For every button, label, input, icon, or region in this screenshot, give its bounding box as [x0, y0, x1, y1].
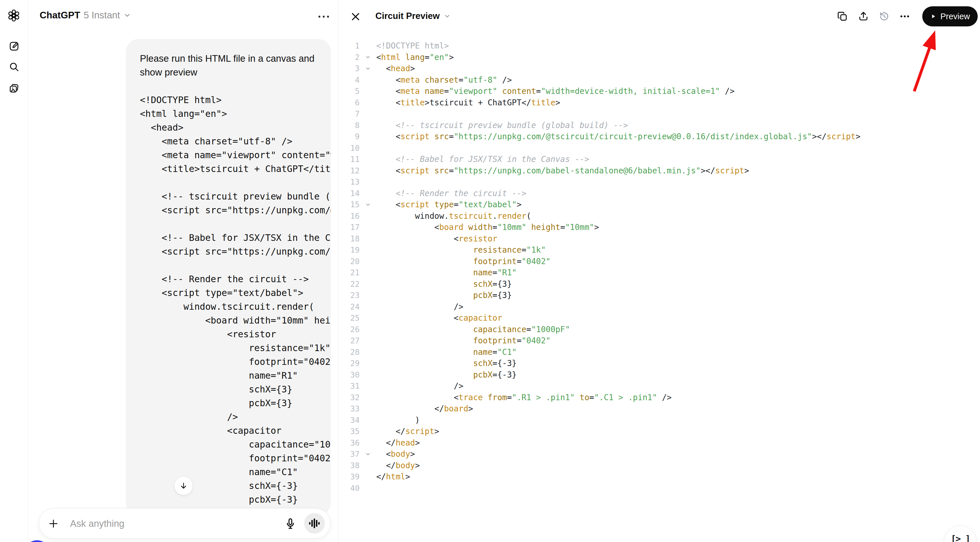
fold-chevron-icon[interactable] [360, 52, 376, 63]
code-text: <!-- Babel for JSX/TSX in the Canvas --> [376, 154, 589, 165]
fold-gutter [360, 131, 376, 142]
code-line: 12 <script src="https://unpkg.com/babel-… [338, 165, 970, 176]
line-number: 33 [338, 403, 360, 415]
chevron-down-icon [444, 13, 451, 19]
new-chat-button[interactable] [9, 41, 19, 52]
code-text: </script> [376, 426, 439, 437]
code-text: <meta name="viewport" content="width=dev… [376, 86, 735, 97]
chat-input[interactable] [70, 515, 255, 532]
chatgpt-app: ChatGPT 5 Instant Please run this HTML f… [0, 0, 980, 542]
code-text: name="R1" [376, 267, 517, 278]
canvas-title-dropdown[interactable]: Circuit Preview [375, 11, 451, 21]
close-icon [350, 11, 361, 22]
code-text: <!-- tscircuit preview bundle (global bu… [376, 120, 628, 131]
fold-gutter [360, 312, 376, 324]
share-button[interactable] [858, 11, 869, 22]
code-text: <script src="https://unpkg.com/babel-sta… [376, 165, 749, 176]
dictate-button[interactable] [284, 517, 297, 530]
user-message-code: <!DOCTYPE html> <html lang="en"> <head> … [140, 93, 327, 516]
copy-code-button[interactable] [837, 11, 848, 22]
search-chats-button[interactable] [9, 62, 19, 72]
waveform-icon [308, 517, 321, 530]
line-number: 21 [338, 267, 360, 278]
code-line: 8 <!-- tscircuit preview bundle (global … [338, 120, 970, 131]
ellipsis-icon [899, 11, 910, 22]
fold-gutter [360, 176, 376, 188]
code-text: <trace from=".R1 > .pin1" to=".C1 > .pin… [376, 392, 671, 403]
code-editor[interactable]: 1<!DOCTYPE html>2<html lang="en">3 <head… [338, 40, 970, 494]
scroll-to-bottom-button[interactable] [174, 476, 193, 495]
code-text: <meta charset="utf-8" /> [376, 74, 512, 86]
fold-gutter [360, 233, 376, 245]
fold-chevron-icon[interactable] [360, 63, 376, 74]
line-number: 22 [338, 278, 360, 290]
fold-gutter [360, 210, 376, 222]
code-line: 17 <board width="10mm" height="10mm"> [338, 222, 970, 233]
code-text: footprint="0402" [376, 335, 550, 346]
line-number: 14 [338, 188, 360, 199]
fold-chevron-icon[interactable] [360, 448, 376, 460]
model-name: 5 Instant [84, 10, 120, 21]
microphone-icon [284, 526, 297, 531]
line-number: 34 [338, 415, 360, 426]
user-message-bubble: Please run this HTML file in a canvas an… [126, 39, 331, 516]
play-icon [930, 13, 936, 19]
canvas-close-button[interactable] [350, 11, 361, 22]
preview-button[interactable]: Preview [922, 6, 978, 26]
conversation-menu-button[interactable] [317, 11, 331, 22]
model-selector[interactable]: ChatGPT 5 Instant [40, 10, 131, 21]
code-text: </board> [376, 403, 473, 415]
line-number: 4 [338, 74, 360, 86]
code-text: footprint="0402" [376, 256, 550, 267]
line-number: 12 [338, 165, 360, 176]
fold-gutter [360, 74, 376, 86]
fold-gutter [360, 437, 376, 449]
code-line: 31 /> [338, 380, 970, 392]
line-number: 28 [338, 346, 360, 358]
attach-button[interactable] [48, 518, 59, 529]
code-line: 3 <head> [338, 63, 970, 74]
code-line: 40 [338, 483, 970, 494]
code-line: 35 </script> [338, 426, 970, 437]
line-number: 15 [338, 199, 360, 210]
code-line: 21 name="R1" [338, 267, 970, 278]
code-text: schX={-3} [376, 358, 517, 369]
code-line: 7 [338, 108, 970, 120]
code-line: 38 </body> [338, 460, 970, 471]
canvas-menu-button[interactable] [899, 11, 910, 22]
fold-gutter [360, 154, 376, 165]
code-line: 37 <body> [338, 448, 970, 460]
fold-chevron-icon[interactable] [360, 199, 376, 210]
code-text: /> [376, 301, 463, 313]
code-text: <resistor [376, 233, 497, 245]
library-button[interactable] [9, 83, 19, 94]
code-line: 19 resistance="1k" [338, 244, 970, 256]
code-text: /> [376, 380, 463, 392]
code-text: </html> [376, 471, 410, 483]
line-number: 26 [338, 324, 360, 335]
voice-mode-button[interactable] [304, 513, 325, 534]
line-number: 7 [338, 108, 360, 120]
fold-gutter [360, 86, 376, 97]
fold-gutter [360, 188, 376, 199]
code-line: 29 schX={-3} [338, 358, 970, 369]
code-line: 34 ) [338, 415, 970, 426]
fold-gutter [360, 108, 376, 120]
code-line: 16 window.tscircuit.render( [338, 210, 970, 222]
line-number: 36 [338, 437, 360, 449]
line-number: 37 [338, 448, 360, 460]
code-line: 4 <meta charset="utf-8" /> [338, 74, 970, 86]
code-text: pcbX={-3} [376, 369, 517, 381]
line-number: 20 [338, 256, 360, 267]
version-history-button[interactable] [878, 11, 890, 22]
code-text: <capacitor [376, 312, 502, 324]
fold-gutter [360, 165, 376, 176]
fold-gutter [360, 358, 376, 369]
code-line: 30 pcbX={-3} [338, 369, 970, 381]
fold-gutter [360, 369, 376, 381]
fold-gutter [360, 267, 376, 278]
fold-gutter [360, 483, 376, 494]
code-line: 39</html> [338, 471, 970, 483]
code-text: capacitance="1000pF" [376, 324, 570, 335]
fold-gutter [360, 460, 376, 471]
